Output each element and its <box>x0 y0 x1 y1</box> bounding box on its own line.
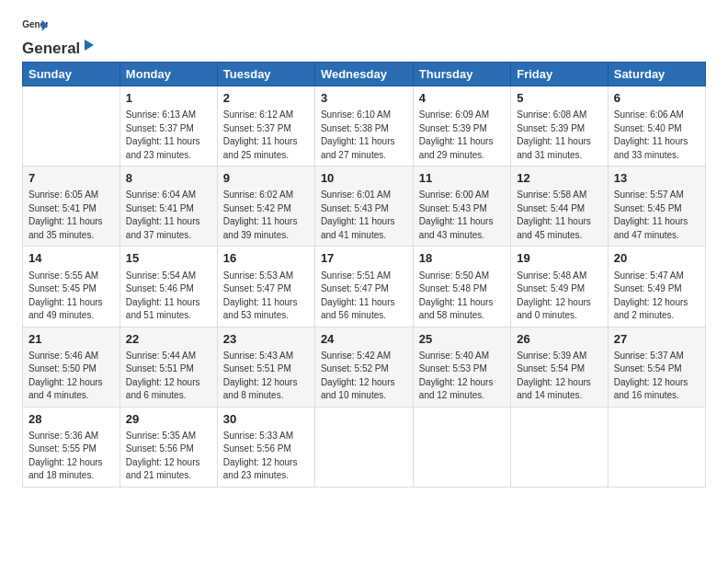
calendar-cell: 17Sunrise: 5:51 AM Sunset: 5:47 PM Dayli… <box>314 247 413 327</box>
day-info: Sunrise: 5:37 AM Sunset: 5:54 PM Dayligh… <box>614 350 700 403</box>
day-number: 27 <box>614 331 700 348</box>
day-info: Sunrise: 5:46 AM Sunset: 5:50 PM Dayligh… <box>28 350 114 403</box>
calendar-cell: 28Sunrise: 5:36 AM Sunset: 5:55 PM Dayli… <box>23 407 120 487</box>
day-info: Sunrise: 6:08 AM Sunset: 5:39 PM Dayligh… <box>517 109 602 162</box>
col-header-tuesday: Tuesday <box>217 63 314 86</box>
day-info: Sunrise: 6:09 AM Sunset: 5:39 PM Dayligh… <box>419 109 505 162</box>
day-info: Sunrise: 6:04 AM Sunset: 5:41 PM Dayligh… <box>126 189 211 242</box>
day-number: 28 <box>28 411 114 428</box>
col-header-monday: Monday <box>119 63 217 86</box>
calendar-cell <box>23 86 120 167</box>
calendar-cell: 13Sunrise: 5:57 AM Sunset: 5:45 PM Dayli… <box>608 167 705 247</box>
col-header-saturday: Saturday <box>608 63 705 86</box>
calendar-cell: 6Sunrise: 6:06 AM Sunset: 5:40 PM Daylig… <box>608 86 705 167</box>
day-info: Sunrise: 5:50 AM Sunset: 5:48 PM Dayligh… <box>419 270 505 323</box>
calendar-cell: 20Sunrise: 5:47 AM Sunset: 5:49 PM Dayli… <box>608 247 705 327</box>
logo-arrow-icon <box>81 37 97 53</box>
day-info: Sunrise: 5:44 AM Sunset: 5:51 PM Dayligh… <box>126 350 211 403</box>
day-info: Sunrise: 5:33 AM Sunset: 5:56 PM Dayligh… <box>223 430 309 483</box>
calendar: SundayMondayTuesdayWednesdayThursdayFrid… <box>22 62 706 488</box>
day-info: Sunrise: 5:51 AM Sunset: 5:47 PM Dayligh… <box>321 270 407 323</box>
day-number: 19 <box>517 250 602 267</box>
day-number: 26 <box>517 331 602 348</box>
day-info: Sunrise: 5:42 AM Sunset: 5:52 PM Dayligh… <box>321 350 407 403</box>
day-info: Sunrise: 6:05 AM Sunset: 5:41 PM Dayligh… <box>28 189 114 242</box>
day-number: 20 <box>614 250 700 267</box>
day-number: 23 <box>223 331 309 348</box>
day-info: Sunrise: 5:36 AM Sunset: 5:55 PM Dayligh… <box>28 430 114 483</box>
day-number: 14 <box>28 250 114 267</box>
day-number: 12 <box>517 170 602 187</box>
calendar-cell: 3Sunrise: 6:10 AM Sunset: 5:38 PM Daylig… <box>314 86 413 167</box>
calendar-cell: 18Sunrise: 5:50 AM Sunset: 5:48 PM Dayli… <box>413 247 510 327</box>
logo: General General <box>22 18 98 54</box>
header: General General <box>22 18 706 54</box>
day-number: 1 <box>126 90 211 107</box>
calendar-cell <box>511 407 609 487</box>
day-info: Sunrise: 5:57 AM Sunset: 5:45 PM Dayligh… <box>614 189 700 242</box>
day-number: 4 <box>419 90 505 107</box>
day-info: Sunrise: 5:53 AM Sunset: 5:47 PM Dayligh… <box>223 270 309 323</box>
calendar-cell: 26Sunrise: 5:39 AM Sunset: 5:54 PM Dayli… <box>511 327 609 407</box>
day-number: 6 <box>614 90 700 107</box>
calendar-cell: 27Sunrise: 5:37 AM Sunset: 5:54 PM Dayli… <box>608 327 705 407</box>
day-info: Sunrise: 5:55 AM Sunset: 5:45 PM Dayligh… <box>28 270 114 323</box>
day-info: Sunrise: 6:12 AM Sunset: 5:37 PM Dayligh… <box>223 109 309 162</box>
calendar-cell <box>608 407 705 487</box>
calendar-cell: 14Sunrise: 5:55 AM Sunset: 5:45 PM Dayli… <box>23 247 120 327</box>
calendar-week-row: 7Sunrise: 6:05 AM Sunset: 5:41 PM Daylig… <box>23 167 706 247</box>
calendar-cell: 9Sunrise: 6:02 AM Sunset: 5:42 PM Daylig… <box>217 167 314 247</box>
day-number: 7 <box>28 170 114 187</box>
page: General General SundayMondayTuesdayWedne… <box>0 0 728 563</box>
calendar-cell: 29Sunrise: 5:35 AM Sunset: 5:56 PM Dayli… <box>119 407 217 487</box>
day-info: Sunrise: 5:39 AM Sunset: 5:54 PM Dayligh… <box>517 350 602 403</box>
logo-general: General <box>22 40 80 58</box>
day-number: 21 <box>28 331 114 348</box>
calendar-week-row: 14Sunrise: 5:55 AM Sunset: 5:45 PM Dayli… <box>23 247 706 327</box>
day-info: Sunrise: 6:10 AM Sunset: 5:38 PM Dayligh… <box>321 109 407 162</box>
day-number: 29 <box>126 411 211 428</box>
day-info: Sunrise: 5:58 AM Sunset: 5:44 PM Dayligh… <box>517 189 602 242</box>
calendar-week-row: 1Sunrise: 6:13 AM Sunset: 5:37 PM Daylig… <box>23 86 706 167</box>
day-number: 11 <box>419 170 505 187</box>
calendar-cell: 12Sunrise: 5:58 AM Sunset: 5:44 PM Dayli… <box>511 167 609 247</box>
col-header-sunday: Sunday <box>23 63 120 86</box>
col-header-friday: Friday <box>511 63 609 86</box>
calendar-week-row: 28Sunrise: 5:36 AM Sunset: 5:55 PM Dayli… <box>23 407 706 487</box>
calendar-cell: 16Sunrise: 5:53 AM Sunset: 5:47 PM Dayli… <box>217 247 314 327</box>
day-info: Sunrise: 6:00 AM Sunset: 5:43 PM Dayligh… <box>419 189 505 242</box>
calendar-cell: 25Sunrise: 5:40 AM Sunset: 5:53 PM Dayli… <box>413 327 510 407</box>
day-number: 22 <box>126 331 211 348</box>
calendar-cell: 5Sunrise: 6:08 AM Sunset: 5:39 PM Daylig… <box>511 86 609 167</box>
day-number: 25 <box>419 331 505 348</box>
day-info: Sunrise: 5:40 AM Sunset: 5:53 PM Dayligh… <box>419 350 505 403</box>
day-number: 24 <box>321 331 407 348</box>
calendar-cell: 4Sunrise: 6:09 AM Sunset: 5:39 PM Daylig… <box>413 86 510 167</box>
calendar-week-row: 21Sunrise: 5:46 AM Sunset: 5:50 PM Dayli… <box>23 327 706 407</box>
calendar-cell <box>314 407 413 487</box>
day-info: Sunrise: 5:48 AM Sunset: 5:49 PM Dayligh… <box>517 270 602 323</box>
svg-marker-2 <box>85 40 94 51</box>
day-number: 15 <box>126 250 211 267</box>
day-info: Sunrise: 6:06 AM Sunset: 5:40 PM Dayligh… <box>614 109 700 162</box>
day-number: 30 <box>223 411 309 428</box>
day-info: Sunrise: 6:01 AM Sunset: 5:43 PM Dayligh… <box>321 189 407 242</box>
day-info: Sunrise: 5:35 AM Sunset: 5:56 PM Dayligh… <box>126 430 211 483</box>
calendar-cell: 15Sunrise: 5:54 AM Sunset: 5:46 PM Dayli… <box>119 247 217 327</box>
day-number: 8 <box>126 170 211 187</box>
calendar-cell: 2Sunrise: 6:12 AM Sunset: 5:37 PM Daylig… <box>217 86 314 167</box>
day-info: Sunrise: 5:54 AM Sunset: 5:46 PM Dayligh… <box>126 270 211 323</box>
day-number: 18 <box>419 250 505 267</box>
calendar-cell: 23Sunrise: 5:43 AM Sunset: 5:51 PM Dayli… <box>217 327 314 407</box>
day-number: 13 <box>614 170 700 187</box>
day-number: 10 <box>321 170 407 187</box>
calendar-cell: 21Sunrise: 5:46 AM Sunset: 5:50 PM Dayli… <box>23 327 120 407</box>
calendar-cell <box>413 407 510 487</box>
col-header-thursday: Thursday <box>413 63 510 86</box>
calendar-cell: 8Sunrise: 6:04 AM Sunset: 5:41 PM Daylig… <box>119 167 217 247</box>
calendar-cell: 7Sunrise: 6:05 AM Sunset: 5:41 PM Daylig… <box>23 167 120 247</box>
day-info: Sunrise: 5:43 AM Sunset: 5:51 PM Dayligh… <box>223 350 309 403</box>
calendar-cell: 1Sunrise: 6:13 AM Sunset: 5:37 PM Daylig… <box>119 86 217 167</box>
day-info: Sunrise: 6:13 AM Sunset: 5:37 PM Dayligh… <box>126 109 211 162</box>
day-number: 16 <box>223 250 309 267</box>
